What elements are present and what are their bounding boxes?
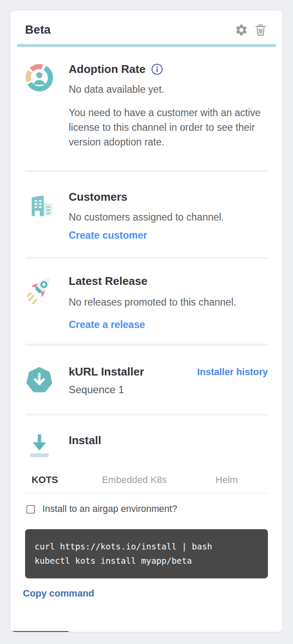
latest-release-icon-box	[25, 275, 54, 331]
airgap-option-row: Install to an airgap environment?	[25, 504, 268, 515]
latest-release-empty-text: No releases promoted to this channel.	[69, 295, 267, 309]
installer-sequence-text: Sequence 1	[69, 384, 268, 396]
download-icon	[25, 431, 54, 460]
channel-delete-button[interactable]	[254, 23, 267, 37]
install-command-line: curl https://kots.io/install | bash	[35, 540, 258, 554]
install-title: Install	[69, 434, 268, 447]
channel-title: Beta	[25, 23, 51, 37]
airgap-checkbox-label[interactable]: Install to an airgap environment?	[42, 504, 177, 515]
adoption-rate-empty-text: No data available yet.	[69, 82, 267, 97]
channel-card-content: Adoption Rate No data available yet. You…	[10, 47, 283, 599]
active-tab-indicator	[10, 631, 69, 632]
adoption-rate-title-line: Adoption Rate	[69, 63, 268, 76]
latest-release-title: Latest Release	[69, 275, 268, 288]
customers-content: Customers No customers assigned to chann…	[69, 190, 268, 241]
channel-actions	[235, 23, 267, 37]
install-title-content: Install	[69, 430, 268, 461]
installer-history-link[interactable]: Installer history	[197, 366, 268, 378]
channel-accent-bar	[17, 44, 276, 47]
channel-settings-button[interactable]	[235, 23, 248, 37]
info-icon[interactable]	[151, 63, 163, 75]
customers-icon-box	[25, 190, 54, 241]
tab-kots[interactable]: KOTS	[25, 474, 83, 493]
kurl-installer-section: kURL Installer Installer history Sequenc…	[25, 346, 268, 414]
trash-icon	[254, 23, 267, 37]
kurl-installer-title: kURL Installer	[69, 365, 144, 379]
gear-icon	[235, 23, 248, 37]
adoption-rate-donut-icon	[25, 63, 54, 92]
adoption-rate-section: Adoption Rate No data available yet. You…	[25, 47, 268, 170]
customers-buildings-icon	[25, 191, 55, 220]
install-section: Install KOTS Embedded K8s Helm Install t…	[25, 416, 268, 599]
rocket-icon	[25, 275, 55, 305]
install-title-row: Install	[25, 430, 268, 461]
kurl-heptagon-download-icon	[25, 366, 54, 395]
kurl-installer-content: kURL Installer Installer history Sequenc…	[69, 365, 268, 396]
tab-embedded-k8s[interactable]: Embedded K8s	[83, 474, 185, 493]
customers-empty-text: No customers assigned to channel.	[69, 210, 267, 224]
customers-title: Customers	[69, 190, 268, 204]
adoption-rate-help-text: You need to have a customer with an acti…	[69, 105, 267, 149]
latest-release-content: Latest Release No releases promoted to t…	[69, 275, 268, 331]
kurl-installer-icon-box	[25, 365, 54, 396]
latest-release-section: Latest Release No releases promoted to t…	[25, 259, 268, 344]
install-command-line: kubectl kots install myapp/beta	[35, 554, 258, 568]
adoption-rate-content: Adoption Rate No data available yet. You…	[69, 63, 268, 149]
channel-card-header: Beta	[10, 10, 283, 37]
copy-command-link[interactable]: Copy command	[23, 588, 94, 599]
adoption-rate-icon-box	[25, 63, 54, 149]
kurl-title-line: kURL Installer Installer history	[69, 365, 268, 379]
install-icon-box	[25, 430, 54, 461]
install-tabs: KOTS Embedded K8s Helm	[25, 474, 268, 493]
tab-helm[interactable]: Helm	[185, 474, 268, 493]
customers-section: Customers No customers assigned to chann…	[25, 172, 268, 257]
create-release-link[interactable]: Create a release	[69, 319, 145, 331]
adoption-rate-title: Adoption Rate	[69, 63, 146, 76]
airgap-checkbox[interactable]	[26, 505, 35, 514]
create-customer-link[interactable]: Create customer	[69, 230, 147, 241]
install-command-block: curl https://kots.io/install | bashkubec…	[25, 529, 268, 578]
channel-card: Beta	[10, 10, 283, 632]
